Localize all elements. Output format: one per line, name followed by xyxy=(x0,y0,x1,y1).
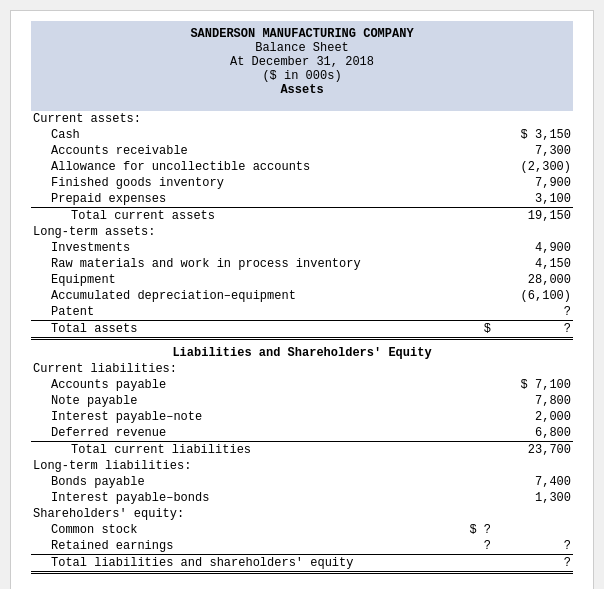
allowance-label: Allowance for uncollectible accounts xyxy=(31,159,413,175)
total-assets-row: Total assets $ ? xyxy=(31,321,573,339)
longterm-assets-label: Long-term assets: xyxy=(31,224,573,240)
ar-amount: 7,300 xyxy=(493,143,573,159)
deferred-revenue-row: Deferred revenue 6,800 xyxy=(31,425,573,442)
retained-earnings-amount2: ? xyxy=(493,538,573,555)
cash-amount: $ 3,150 xyxy=(493,127,573,143)
cash-amount1 xyxy=(413,127,493,143)
assets-section-title: Assets xyxy=(31,83,573,97)
deferred-revenue-amount: 6,800 xyxy=(493,425,573,442)
finished-goods-row: Finished goods inventory 7,900 xyxy=(31,175,573,191)
total-assets-label: Total assets xyxy=(31,321,413,339)
total-current-assets-amount: 19,150 xyxy=(493,208,573,225)
balance-sheet-table: Current assets: Cash $ 3,150 Accounts re… xyxy=(31,111,573,574)
total-assets-symbol: $ xyxy=(413,321,493,339)
total-liabilities-label: Total liabilities and shareholders' equi… xyxy=(31,555,413,573)
current-liabilities-header: Current liabilities: xyxy=(31,361,573,377)
finished-goods-amount: 7,900 xyxy=(493,175,573,191)
longterm-liabilities-label: Long-term liabilities: xyxy=(31,458,573,474)
liabilities-center-header: Liabilities and Shareholders' Equity xyxy=(31,339,573,362)
common-stock-amount1: $ ? xyxy=(413,522,493,538)
note-payable-row: Note payable 7,800 xyxy=(31,393,573,409)
equity-header: Shareholders' equity: xyxy=(31,506,573,522)
prepaid-amount: 3,100 xyxy=(493,191,573,208)
patent-label: Patent xyxy=(31,304,413,321)
finished-goods-label: Finished goods inventory xyxy=(31,175,413,191)
sheet-date: At December 31, 2018 xyxy=(31,55,573,69)
raw-materials-amount: 4,150 xyxy=(493,256,573,272)
total-current-liabilities-row: Total current liabilities 23,700 xyxy=(31,442,573,459)
note-payable-label: Note payable xyxy=(31,393,413,409)
interest-payable-bonds-row: Interest payable–bonds 1,300 xyxy=(31,490,573,506)
cash-row: Cash $ 3,150 xyxy=(31,127,573,143)
equipment-amount: 28,000 xyxy=(493,272,573,288)
total-current-liabilities-amount: 23,700 xyxy=(493,442,573,459)
common-stock-amount2 xyxy=(493,522,573,538)
total-current-assets-row: Total current assets 19,150 xyxy=(31,208,573,225)
investments-row: Investments 4,900 xyxy=(31,240,573,256)
interest-payable-note-row: Interest payable–note 2,000 xyxy=(31,409,573,425)
total-current-liabilities-label: Total current liabilities xyxy=(31,442,413,459)
total-assets-value: ? xyxy=(493,321,573,339)
equipment-label: Equipment xyxy=(31,272,413,288)
interest-payable-bonds-label: Interest payable–bonds xyxy=(31,490,413,506)
bonds-payable-amount: 7,400 xyxy=(493,474,573,490)
liabilities-equity-header: Liabilities and Shareholders' Equity xyxy=(31,339,573,362)
interest-payable-bonds-amount: 1,300 xyxy=(493,490,573,506)
equipment-row: Equipment 28,000 xyxy=(31,272,573,288)
raw-materials-label: Raw materials and work in process invent… xyxy=(31,256,413,272)
total-current-assets-label: Total current assets xyxy=(31,208,413,225)
bonds-payable-row: Bonds payable 7,400 xyxy=(31,474,573,490)
longterm-liabilities-header: Long-term liabilities: xyxy=(31,458,573,474)
ar-row: Accounts receivable 7,300 xyxy=(31,143,573,159)
current-assets-header: Current assets: xyxy=(31,111,573,127)
patent-row: Patent ? xyxy=(31,304,573,321)
patent-amount: ? xyxy=(493,304,573,321)
interest-payable-note-label: Interest payable–note xyxy=(31,409,413,425)
allowance-amount: (2,300) xyxy=(493,159,573,175)
raw-materials-row: Raw materials and work in process invent… xyxy=(31,256,573,272)
sheet-unit: ($ in 000s) xyxy=(31,69,573,83)
retained-earnings-row: Retained earnings ? ? xyxy=(31,538,573,555)
retained-earnings-amount1: ? xyxy=(413,538,493,555)
report-header: SANDERSON MANUFACTURING COMPANY Balance … xyxy=(31,21,573,111)
common-stock-label: Common stock xyxy=(31,522,413,538)
sheet-title: Balance Sheet xyxy=(31,41,573,55)
retained-earnings-label: Retained earnings xyxy=(31,538,413,555)
cash-label: Cash xyxy=(31,127,413,143)
equity-label: Shareholders' equity: xyxy=(31,506,573,522)
company-name: SANDERSON MANUFACTURING COMPANY xyxy=(31,27,573,41)
accounts-payable-row: Accounts payable $ 7,100 xyxy=(31,377,573,393)
note-payable-amount: 7,800 xyxy=(493,393,573,409)
current-assets-label: Current assets: xyxy=(31,111,573,127)
common-stock-row: Common stock $ ? xyxy=(31,522,573,538)
prepaid-label: Prepaid expenses xyxy=(31,191,413,208)
deferred-revenue-label: Deferred revenue xyxy=(31,425,413,442)
investments-amount: 4,900 xyxy=(493,240,573,256)
accum-depreciation-row: Accumulated depreciation–equipment (6,10… xyxy=(31,288,573,304)
accum-depreciation-amount: (6,100) xyxy=(493,288,573,304)
interest-payable-note-amount: 2,000 xyxy=(493,409,573,425)
balance-sheet-page: SANDERSON MANUFACTURING COMPANY Balance … xyxy=(10,10,594,589)
investments-label: Investments xyxy=(31,240,413,256)
allowance-row: Allowance for uncollectible accounts (2,… xyxy=(31,159,573,175)
total-liabilities-row: Total liabilities and shareholders' equi… xyxy=(31,555,573,573)
ar-label: Accounts receivable xyxy=(31,143,413,159)
bonds-payable-label: Bonds payable xyxy=(31,474,413,490)
total-liabilities-value: ? xyxy=(493,555,573,573)
accum-depreciation-label: Accumulated depreciation–equipment xyxy=(31,288,413,304)
current-liabilities-label: Current liabilities: xyxy=(31,361,573,377)
accounts-payable-amount: $ 7,100 xyxy=(493,377,573,393)
prepaid-row: Prepaid expenses 3,100 xyxy=(31,191,573,208)
accounts-payable-label: Accounts payable xyxy=(31,377,413,393)
longterm-assets-header: Long-term assets: xyxy=(31,224,573,240)
